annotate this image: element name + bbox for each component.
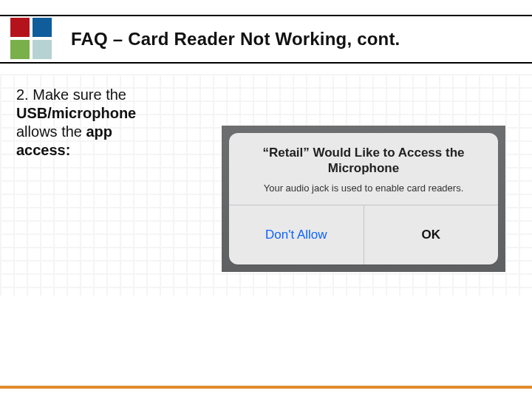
title-bar: FAQ – Card Reader Not Working, cont. [0, 15, 532, 64]
dont-allow-button[interactable]: Don't Allow [229, 205, 364, 265]
ok-button[interactable]: OK [364, 205, 499, 265]
dialog-screenshot: “Retail” Would Like to Access the Microp… [222, 126, 505, 272]
slide: FAQ – Card Reader Not Working, cont. 2. … [0, 0, 532, 399]
logo-square-teal [33, 40, 52, 59]
footer-accent-bar [0, 386, 532, 389]
step-text: 2. Make sure the USB/microphone allows t… [16, 86, 164, 160]
step-prefix: 2. Make sure the [16, 86, 126, 103]
dialog-message: Your audio jack is used to enable card r… [229, 180, 498, 205]
logo-square-blue [33, 18, 52, 37]
dialog-title: “Retail” Would Like to Access the Microp… [229, 133, 498, 180]
dialog-button-row: Don't Allow OK [229, 205, 498, 265]
logo-square-green [10, 40, 30, 59]
step-strong-1: USB/microphone [16, 105, 136, 121]
page-title: FAQ – Card Reader Not Working, cont. [71, 29, 400, 50]
logo-square-red [10, 18, 30, 37]
permission-dialog: “Retail” Would Like to Access the Microp… [229, 133, 498, 265]
logo-icon [10, 18, 53, 61]
step-mid: allows the [16, 123, 86, 140]
